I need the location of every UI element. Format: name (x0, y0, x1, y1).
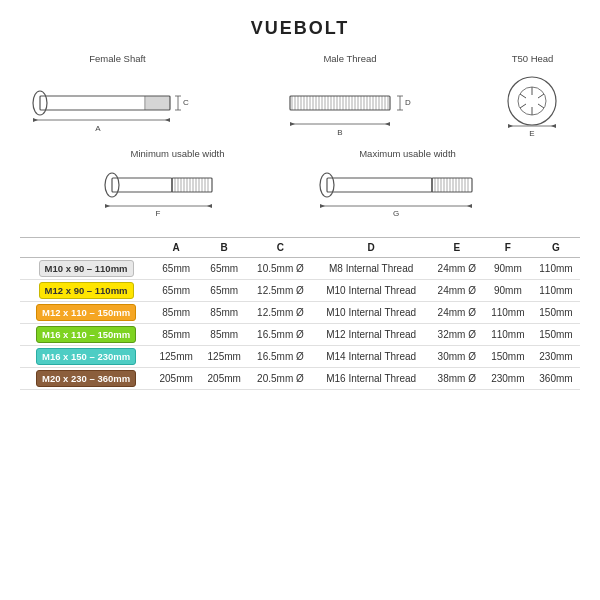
col-e-value: 30mm Ø (430, 346, 484, 368)
col-header-f: F (484, 238, 532, 258)
male-thread-svg: D B (285, 68, 415, 138)
table-row: M12 x 110 – 150mm85mm85mm12.5mm ØM10 Int… (20, 302, 580, 324)
second-diagrams: Minimum usable width (20, 148, 580, 223)
table-row: M16 x 150 – 230mm125mm125mm16.5mm ØM14 I… (20, 346, 580, 368)
size-badge: M16 x 150 – 230mm (36, 348, 136, 365)
min-width-label: Minimum usable width (131, 148, 225, 159)
svg-line-69 (520, 94, 526, 98)
svg-text:D: D (405, 98, 411, 107)
col-d-value: M8 Internal Thread (313, 258, 430, 280)
col-e-value: 24mm Ø (430, 302, 484, 324)
badge-cell: M12 x 110 – 150mm (20, 302, 152, 324)
svg-text:G: G (393, 209, 399, 218)
badge-cell: M10 x 90 – 110mm (20, 258, 152, 280)
col-c-value: 12.5mm Ø (248, 302, 312, 324)
col-g-value: 110mm (532, 280, 580, 302)
table-header-row: A B C D E F G (20, 238, 580, 258)
min-width-diagram: Minimum usable width (100, 148, 255, 223)
col-c-value: 16.5mm Ø (248, 324, 312, 346)
specs-table: A B C D E F G M10 x 90 – 110mm65mm65mm10… (20, 237, 580, 390)
col-f-value: 110mm (484, 324, 532, 346)
svg-rect-0 (40, 96, 170, 110)
svg-marker-74 (508, 124, 513, 128)
col-g-value: 110mm (532, 258, 580, 280)
badge-cell: M12 x 90 – 110mm (20, 280, 152, 302)
svg-point-65 (508, 77, 556, 125)
col-header-g: G (532, 238, 580, 258)
size-badge: M12 x 110 – 150mm (36, 304, 136, 321)
svg-text:B: B (337, 128, 342, 137)
svg-text:F: F (156, 209, 161, 218)
col-c-value: 10.5mm Ø (248, 258, 312, 280)
svg-rect-78 (112, 178, 172, 192)
col-b-value: 65mm (200, 280, 248, 302)
col-g-value: 230mm (532, 346, 580, 368)
col-e-value: 38mm Ø (430, 368, 484, 390)
col-f-value: 90mm (484, 258, 532, 280)
male-thread-diagram: Male Thread (285, 53, 415, 138)
svg-line-71 (520, 104, 526, 108)
t50-head-label: T50 Head (512, 53, 554, 64)
col-a-value: 125mm (152, 346, 200, 368)
svg-text:E: E (529, 129, 534, 138)
col-d-value: M10 Internal Thread (313, 280, 430, 302)
max-width-diagram: Maximum usable width (315, 148, 500, 223)
col-b-value: 205mm (200, 368, 248, 390)
col-a-value: 205mm (152, 368, 200, 390)
svg-marker-93 (105, 204, 110, 208)
col-e-value: 32mm Ø (430, 324, 484, 346)
col-e-value: 24mm Ø (430, 280, 484, 302)
table-row: M12 x 90 – 110mm65mm65mm12.5mm ØM10 Inte… (20, 280, 580, 302)
col-g-value: 360mm (532, 368, 580, 390)
svg-text:C: C (183, 98, 189, 107)
col-f-value: 110mm (484, 302, 532, 324)
female-shaft-diagram: Female Shaft (30, 53, 205, 138)
female-shaft-label: Female Shaft (89, 53, 146, 64)
badge-cell: M16 x 110 – 150mm (20, 324, 152, 346)
col-c-value: 16.5mm Ø (248, 346, 312, 368)
svg-marker-62 (290, 122, 295, 126)
col-a-value: 85mm (152, 302, 200, 324)
col-c-value: 20.5mm Ø (248, 368, 312, 390)
col-a-value: 85mm (152, 324, 200, 346)
col-g-value: 150mm (532, 324, 580, 346)
col-d-value: M14 Internal Thread (313, 346, 430, 368)
svg-marker-94 (207, 204, 212, 208)
max-width-label: Maximum usable width (359, 148, 456, 159)
page: VUEBOLT Female Shaft (0, 0, 600, 600)
col-d-value: M12 Internal Thread (313, 324, 430, 346)
min-width-svg: F (100, 163, 255, 223)
t50-head-diagram: T50 Head E (495, 53, 570, 138)
size-badge: M10 x 90 – 110mm (39, 260, 134, 277)
col-b-value: 85mm (200, 324, 248, 346)
col-f-value: 230mm (484, 368, 532, 390)
col-c-value: 12.5mm Ø (248, 280, 312, 302)
specs-table-wrapper: A B C D E F G M10 x 90 – 110mm65mm65mm10… (20, 237, 580, 590)
badge-cell: M20 x 230 – 360mm (20, 368, 152, 390)
svg-marker-75 (551, 124, 556, 128)
female-shaft-svg: C A (30, 68, 205, 138)
table-row: M16 x 110 – 150mm85mm85mm16.5mm ØM12 Int… (20, 324, 580, 346)
size-badge: M12 x 90 – 110mm (39, 282, 134, 299)
size-badge: M16 x 110 – 150mm (36, 326, 136, 343)
top-diagrams: Female Shaft (20, 53, 580, 138)
table-row: M10 x 90 – 110mm65mm65mm10.5mm ØM8 Inter… (20, 258, 580, 280)
col-b-value: 125mm (200, 346, 248, 368)
svg-marker-20 (33, 118, 38, 122)
col-header-a: A (152, 238, 200, 258)
col-b-value: 85mm (200, 302, 248, 324)
svg-line-72 (538, 94, 544, 98)
col-e-value: 24mm Ø (430, 258, 484, 280)
col-header-badge (20, 238, 152, 258)
col-header-c: C (248, 238, 312, 258)
col-header-d: D (313, 238, 430, 258)
col-g-value: 150mm (532, 302, 580, 324)
col-a-value: 65mm (152, 280, 200, 302)
col-header-b: B (200, 238, 248, 258)
male-thread-label: Male Thread (323, 53, 376, 64)
col-d-value: M10 Internal Thread (313, 302, 430, 324)
max-width-svg: G (315, 163, 500, 223)
col-header-e: E (430, 238, 484, 258)
table-body: M10 x 90 – 110mm65mm65mm10.5mm ØM8 Inter… (20, 258, 580, 390)
svg-marker-21 (165, 118, 170, 122)
